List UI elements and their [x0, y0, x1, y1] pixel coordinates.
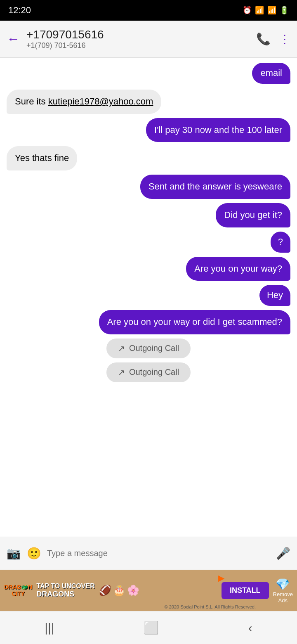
camera-icon[interactable]: 📷 — [7, 547, 21, 560]
ad-remove-button[interactable]: 💎 RemoveAds — [273, 578, 293, 604]
ad-play-icon: ▶ — [218, 573, 224, 583]
football-icon: 🏈 — [99, 585, 111, 596]
message-bubble-hey: Hey — [259, 285, 290, 306]
contact-number-formatted: +1(709) 701-5616 — [26, 41, 256, 50]
call-arrow-icon-1: ↗ — [118, 343, 125, 353]
ad-install-button[interactable]: INSTALL — [222, 582, 269, 599]
mic-icon[interactable]: 🎤 — [276, 547, 290, 560]
message-row-question: ? — [7, 232, 290, 253]
header-actions: 📞 ⋮ — [256, 32, 290, 46]
ad-remove-icon: 💎 — [276, 578, 290, 591]
alarm-icon: ⏰ — [243, 6, 252, 15]
contact-info: +17097015616 +1(709) 701-5616 — [26, 28, 256, 50]
call-item-1: ↗ Outgoing Call — [7, 339, 290, 358]
ad-dragons-text: DRAGONS — [36, 590, 94, 599]
call-arrow-icon-2: ↗ — [118, 367, 125, 377]
ad-tap-text: TAP TO UNCOVER — [36, 582, 94, 590]
message-row-way: Are you on your way? — [7, 257, 290, 281]
ad-logo-dragon: DRAG🐲N — [4, 584, 32, 590]
contact-number: +17097015616 — [26, 28, 256, 41]
message-bubble-email-content: Sure its kutiepie1978@yahoo.com — [7, 90, 161, 114]
ad-images: 🏈 🎂 🌸 — [99, 585, 222, 596]
call-label-2: Outgoing Call — [129, 367, 179, 377]
call-bubble-2: ↗ Outgoing Call — [106, 362, 191, 382]
email-link[interactable]: kutiepie1978@yahoo.com — [48, 96, 153, 107]
message-bubble-get: Did you get it? — [216, 203, 290, 227]
message-bubble-pay: I'll pay 30 now and the 100 later — [146, 118, 290, 142]
call-button[interactable]: 📞 — [256, 32, 271, 46]
status-icons: ⏰ 📶 📶 🔋 — [243, 6, 289, 15]
message-row-scammed: Are you on your way or did I get scammed… — [7, 310, 290, 334]
navigation-bar: ||| ⬜ ‹ — [0, 611, 297, 644]
message-bubble-question: ? — [271, 232, 290, 253]
ad-logo-city: CITY — [12, 590, 25, 597]
message-row-email-partial: email — [7, 63, 290, 85]
message-row-pay: I'll pay 30 now and the 100 later — [7, 118, 290, 142]
status-bar: 12:20 ⏰ 📶 📶 🔋 — [0, 0, 297, 21]
ad-logo: DRAG🐲N CITY — [4, 584, 32, 597]
home-nav-button[interactable]: ⬜ — [131, 616, 171, 639]
chat-area: email Sure its kutiepie1978@yahoo.com I'… — [0, 58, 297, 537]
recent-nav-button[interactable]: ‹ — [236, 617, 265, 639]
message-bubble-scammed: Are you on your way or did I get scammed… — [99, 310, 290, 334]
status-time: 12:20 — [8, 5, 31, 16]
back-button[interactable]: ← — [7, 31, 20, 47]
battery-icon: 🔋 — [280, 6, 289, 15]
more-options-button[interactable]: ⋮ — [279, 32, 290, 46]
message-row-email-content: Sure its kutiepie1978@yahoo.com — [7, 90, 290, 114]
back-nav-button[interactable]: ||| — [32, 617, 66, 639]
message-row-hey: Hey — [7, 285, 290, 306]
ad-remove-text: RemoveAds — [273, 591, 293, 604]
cake-icon: 🎂 — [113, 585, 125, 596]
signal-icon: 📶 — [267, 6, 276, 15]
flower-icon: 🌸 — [127, 585, 139, 596]
call-item-2: ↗ Outgoing Call — [7, 362, 290, 382]
chat-header: ← +17097015616 +1(709) 701-5616 📞 ⋮ — [0, 21, 297, 58]
wifi-icon: 📶 — [255, 6, 264, 15]
emoji-icon[interactable]: 🙂 — [27, 547, 41, 560]
ad-copyright: © 2020 Social Point S.L. All Rights Rese… — [165, 604, 256, 609]
message-input[interactable] — [47, 549, 270, 558]
message-input-area: 📷 🙂 🎤 — [0, 537, 297, 570]
message-row-fine: Yes thats fine — [7, 146, 290, 170]
message-bubble-fine: Yes thats fine — [7, 146, 77, 170]
message-bubble-sent: Sent and the answer is yesweare — [140, 175, 290, 199]
ad-banner: DRAG🐲N CITY TAP TO UNCOVER DRAGONS 🏈 🎂 🌸… — [0, 570, 297, 611]
ad-text: TAP TO UNCOVER DRAGONS — [36, 582, 94, 599]
call-bubble-1: ↗ Outgoing Call — [106, 339, 191, 358]
call-label-1: Outgoing Call — [129, 343, 179, 353]
message-row-get: Did you get it? — [7, 203, 290, 227]
message-bubble-way: Are you on your way? — [186, 257, 290, 281]
message-row-sent: Sent and the answer is yesweare — [7, 175, 290, 199]
message-bubble-email-partial: email — [252, 63, 290, 84]
